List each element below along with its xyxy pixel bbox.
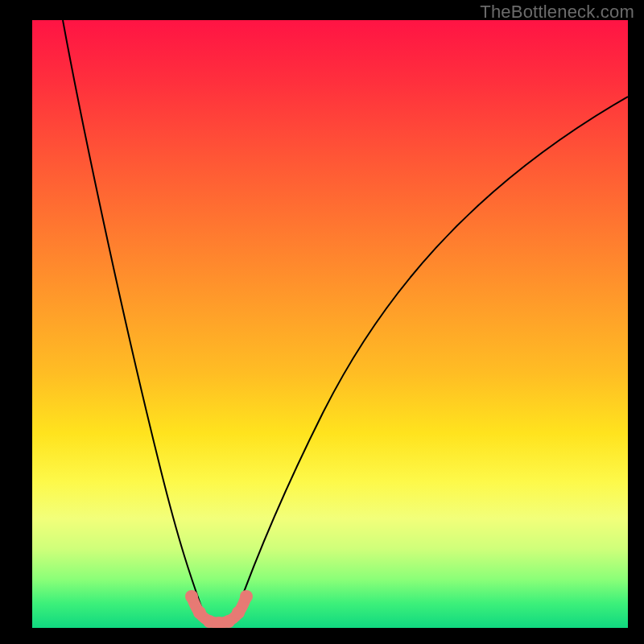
svg-point-0: [185, 590, 198, 603]
svg-point-6: [240, 590, 253, 603]
plot-area: [32, 20, 628, 628]
svg-point-5: [232, 606, 245, 619]
optimal-zone-marker: [185, 590, 253, 628]
chart-frame: TheBottleneck.com: [0, 0, 644, 644]
svg-point-4: [222, 615, 235, 628]
bottleneck-curve: [32, 20, 628, 628]
curve-left: [63, 20, 204, 616]
curve-right: [235, 97, 628, 616]
svg-point-1: [193, 606, 206, 619]
